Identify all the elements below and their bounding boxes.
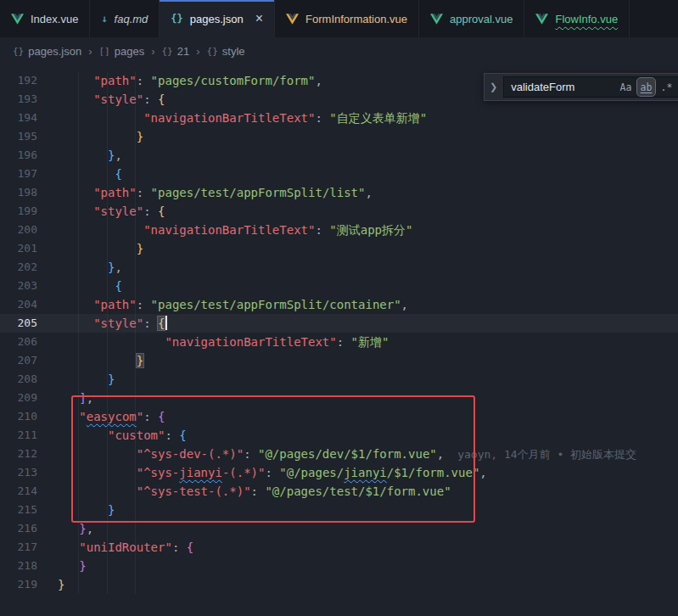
line-number: 192 [0,71,37,90]
line-number: 199 [0,202,37,221]
close-icon[interactable]: × [255,12,263,25]
line-number: 200 [0,221,37,239]
tab-FormInformation.vue[interactable]: FormInformation.vue [275,0,419,37]
code-line-206[interactable]: 206 "navigationBarTitleText": "新增" [0,333,678,351]
code-text: "navigationBarTitleText": "新增" [37,333,389,351]
code-text: } [37,239,143,258]
code-text: } [37,127,143,146]
code-text: "style": { [37,202,165,221]
breadcrumb-item-style[interactable]: {}style [207,45,245,58]
text-cursor [165,316,167,330]
line-number: 215 [0,501,37,519]
symbol-icon: [] [98,46,109,57]
line-number: 208 [0,370,37,389]
line-number: 202 [0,258,37,277]
code-text: }, [37,519,93,538]
code-text: { [37,165,122,183]
breadcrumb-item-21[interactable]: {}21 [162,45,190,58]
code-line-207[interactable]: 207 } [0,351,678,370]
git-blame-annotation: yaoyn, 14个月前 • 初始版本提交 [444,448,636,461]
vue-icon [535,14,548,25]
code-line-209[interactable]: 209 ], [0,389,678,407]
whole-word-icon: ab [641,81,653,93]
code-text: ], [37,389,93,407]
code-line-213[interactable]: 213 "^sys-jianyi-(.*)": "@/pages/jianyi/… [0,463,678,482]
code-line-219[interactable]: 219} [0,575,678,594]
regex-icon: .* [661,81,673,93]
code-line-196[interactable]: 196 }, [0,146,678,165]
tab-pages.json[interactable]: {}pages.json× [160,0,275,37]
line-number: 219 [0,575,37,594]
markdown-icon: ↓ [101,14,107,24]
tab-bar: Index.vue↓faq.md{}pages.json×FormInforma… [0,0,678,37]
breadcrumb-item-pages.json[interactable]: {}pages.json [13,45,81,58]
tab-label: approval.vue [450,13,513,25]
code-line-216[interactable]: 216 }, [0,519,678,538]
vue-icon [11,14,24,25]
code-line-198[interactable]: 198 "path": "pages/test/appFormSplit/lis… [0,183,678,202]
line-number: 206 [0,333,37,351]
tab-Index.vue[interactable]: Index.vue [0,0,90,37]
breadcrumb: {}pages.json›[]pages›{}21›{}style [0,37,678,64]
editor: 192 "path": "pages/customForm/form",193 … [0,64,678,616]
line-number: 195 [0,127,37,146]
code-line-195[interactable]: 195 } [0,127,678,146]
code-line-212[interactable]: 212 "^sys-dev-(.*)": "@/pages/dev/$1/for… [0,445,678,463]
line-number: 204 [0,295,37,314]
code-text: } [37,501,115,519]
code-line-204[interactable]: 204 "path": "pages/test/appFormSplit/con… [0,295,678,314]
tab-label: FlowInfo.vue [555,13,618,25]
line-number: 207 [0,351,37,370]
code-line-218[interactable]: 218 } [0,557,678,575]
breadcrumb-label: 21 [177,45,189,58]
breadcrumb-separator: › [196,45,199,58]
line-number: 210 [0,407,37,426]
code-line-208[interactable]: 208 } [0,370,678,389]
find-input[interactable]: validateForm Aaab.* [503,76,678,98]
code-line-202[interactable]: 202 }, [0,258,678,277]
code-line-217[interactable]: 217 "uniIdRouter": { [0,538,678,557]
code-text: "easycom": { [37,407,165,426]
breadcrumb-label: pages.json [28,45,81,58]
code-line-201[interactable]: 201 } [0,239,678,258]
line-number: 214 [0,482,37,501]
code-line-210[interactable]: 210 "easycom": { [0,407,678,426]
toggle-replace-button[interactable]: ❯ [488,81,499,92]
code-line-199[interactable]: 199 "style": { [0,202,678,221]
code-line-215[interactable]: 215 } [0,501,678,519]
code-text: "style": { [37,314,167,333]
tab-approval.vue[interactable]: approval.vue [419,0,524,37]
code-line-214[interactable]: 214 "^sys-test-(.*)": "@/pages/test/$1/f… [0,482,678,501]
vue-icon [430,14,443,25]
find-option-match-case[interactable]: Aa [617,78,635,96]
code-line-197[interactable]: 197 { [0,165,678,183]
line-number: 216 [0,519,37,538]
tab-label: FormInformation.vue [305,13,407,25]
tab-label: faq.md [115,13,148,25]
code-text: } [37,575,64,594]
code-line-211[interactable]: 211 "custom": { [0,426,678,445]
breadcrumb-item-pages[interactable]: []pages [98,45,144,58]
find-option-whole-word[interactable]: ab [637,78,655,96]
find-query: validateForm [511,81,614,93]
code-line-200[interactable]: 200 "navigationBarTitleText": "测试app拆分" [0,221,678,239]
find-option-regex[interactable]: .* [658,78,675,96]
code-text: "style": { [37,90,165,109]
code-text: "^sys-jianyi-(.*)": "@/pages/jianyi/$1/f… [37,463,487,482]
symbol-icon: {} [13,46,24,57]
code-text: } [37,557,87,575]
code-lines: 192 "path": "pages/customForm/form",193 … [0,64,678,616]
breadcrumb-separator: › [151,45,154,58]
code-text: "uniIdRouter": { [37,538,193,557]
code-line-205[interactable]: 205 "style": { [0,314,678,333]
code-text: "^sys-test-(.*)": "@/pages/test/$1/form.… [37,482,451,501]
tab-FlowInfo.vue[interactable]: FlowInfo.vue [524,0,630,37]
code-text: } [37,370,115,389]
code-line-194[interactable]: 194 "navigationBarTitleText": "自定义表单新增" [0,109,678,127]
line-number: 193 [0,90,37,109]
tab-faq.md[interactable]: ↓faq.md [90,0,160,37]
symbol-icon: {} [162,46,173,57]
code-line-203[interactable]: 203 { [0,277,678,295]
code-text: "path": "pages/test/appFormSplit/list", [37,183,373,202]
line-number: 201 [0,239,37,258]
